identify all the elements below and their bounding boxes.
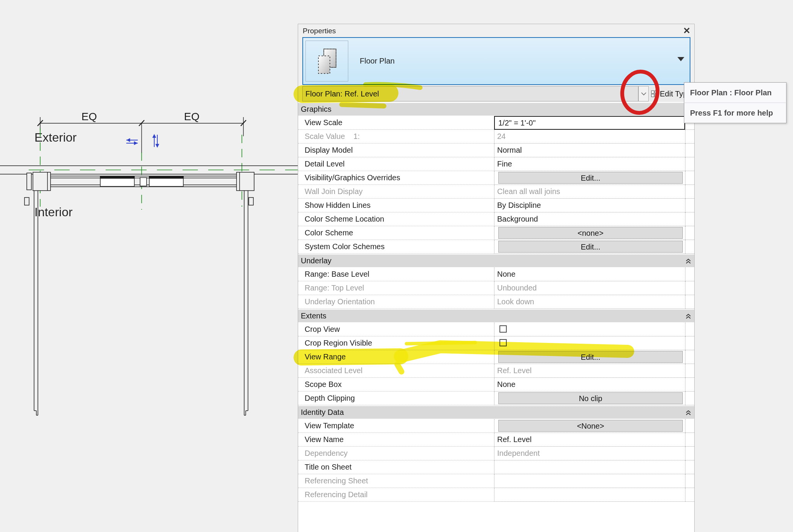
property-row: Visibility/Graphics OverridesEdit... [298,171,694,185]
property-value[interactable]: Ref. Level [494,433,685,447]
property-name: Visibility/Graphics Overrides [298,171,494,185]
property-name: Show Hidden Lines [298,199,494,212]
edit-button[interactable]: Edit... [498,172,683,184]
type-selector[interactable]: Floor Plan [302,37,690,85]
none-button[interactable]: <None> [498,420,683,432]
revit-screenshot: { "drawing": { "dim_label_left": "EQ", "… [0,0,793,532]
property-row: Crop View [298,323,694,336]
close-icon[interactable]: ✕ [683,26,690,36]
instance-selector[interactable]: Floor Plan: Ref. Level [302,86,638,101]
property-value[interactable]: Look down [494,295,685,309]
tooltip-title: Floor Plan : Floor Plan [684,83,786,103]
property-row: Wall Join DisplayClean all wall joins [298,185,694,199]
section-label: Underlay [301,255,331,267]
property-name: View Template [298,419,494,433]
property-value[interactable] [494,474,685,488]
property-row: Referencing Sheet [298,474,694,488]
eq-label-right[interactable]: EQ [184,111,199,122]
property-value[interactable] [494,460,685,474]
row-filler-cell [685,295,694,309]
checkbox-unchecked[interactable] [499,339,507,346]
type-selector-dropdown-icon[interactable] [677,57,684,61]
window-assembly[interactable] [27,172,254,191]
property-value[interactable]: Edit... [494,350,685,364]
row-filler-cell [685,144,694,157]
chevron-down-icon [641,92,646,96]
property-row: Range: Base LevelNone [298,268,694,281]
property-row: Underlay OrientationLook down [298,295,694,309]
flip-arrows-vertical-icon[interactable] [152,134,159,148]
section-label: Identity Data [301,406,344,419]
property-value[interactable]: None [494,268,685,281]
tooltip-help-text: Press F1 for more help [684,103,786,123]
property-value[interactable]: By Discipline [494,199,685,212]
property-row: Color Scheme<none> [298,226,694,240]
section-header-graphics[interactable]: Graphics [298,102,694,116]
property-row: View Template<None> [298,419,694,433]
section-header-underlay[interactable]: Underlay [298,254,694,268]
row-filler-cell [685,268,694,281]
property-name: Detail Level [298,157,494,171]
property-name: Referencing Sheet [298,474,494,488]
property-value[interactable]: Fine [494,157,685,171]
property-value[interactable]: Edit... [494,240,685,254]
eq-label-left[interactable]: EQ [82,111,97,122]
section-header-extents[interactable]: Extents [298,309,694,323]
property-value[interactable]: Normal [494,144,685,157]
panel-title: Properties [303,27,336,35]
collapse-section-icon[interactable] [686,314,691,319]
property-value[interactable]: No clip [494,392,685,405]
checkbox-unchecked[interactable] [499,325,507,333]
no clip-button[interactable]: No clip [498,392,683,404]
property-name: Color Scheme [298,226,494,240]
property-value[interactable]: <None> [494,419,685,433]
row-filler-cell [685,157,694,171]
row-filler-cell [685,336,694,350]
property-value[interactable]: Clean all wall joins [494,185,685,199]
side-walls[interactable] [24,191,253,415]
property-row: Range: Top LevelUnbounded [298,281,694,295]
exterior-label: Exterior [34,131,77,144]
property-value[interactable]: Background [494,212,685,226]
property-row: Detail LevelFine [298,157,694,171]
property-value[interactable]: 24 [494,130,685,144]
property-value[interactable]: None [494,378,685,392]
section-header-identity-data[interactable]: Identity Data [298,405,694,419]
edit-button[interactable]: Edit... [498,351,683,363]
property-name: Color Scheme Location [298,212,494,226]
property-row: DependencyIndependent [298,447,694,460]
property-name: View Range [298,350,494,364]
collapse-section-icon[interactable] [686,259,691,264]
row-filler-cell [685,419,694,433]
instance-selector-band: Floor Plan: Ref. Level Edit Type [298,86,694,101]
property-name: Wall Join Display [298,185,494,199]
property-name: Depth Clipping [298,392,494,405]
flip-arrows-horizontal-icon[interactable] [126,138,138,145]
property-name: Scope Box [298,378,494,392]
row-filler-cell [685,364,694,378]
edit-button[interactable]: Edit... [498,241,683,253]
property-value[interactable] [494,488,685,502]
property-value[interactable]: <none> [494,226,685,240]
instance-selector-dropdown-button[interactable] [638,86,649,101]
property-value[interactable]: Ref. Level [494,364,685,378]
none-button[interactable]: <none> [498,227,683,239]
row-filler-cell [685,226,694,240]
property-value[interactable]: Edit... [494,171,685,185]
property-name: Range: Top Level [298,281,494,295]
row-filler-cell [685,171,694,185]
property-value[interactable] [494,336,685,350]
property-value[interactable]: Independent [494,447,685,460]
property-name: Referencing Detail [298,488,494,502]
property-value[interactable]: Unbounded [494,281,685,295]
property-value[interactable] [494,323,685,336]
property-row: Depth ClippingNo clip [298,392,694,405]
property-name: Crop View [298,323,494,336]
property-name: Crop Region Visible [298,336,494,350]
property-row: Scope BoxNone [298,378,694,392]
property-row: Display ModelNormal [298,144,694,157]
property-row: View Scale1/2" = 1'-0" [298,116,694,130]
row-filler-cell [685,488,694,502]
collapse-section-icon[interactable] [686,410,691,416]
property-value[interactable]: 1/2" = 1'-0" [494,116,685,130]
